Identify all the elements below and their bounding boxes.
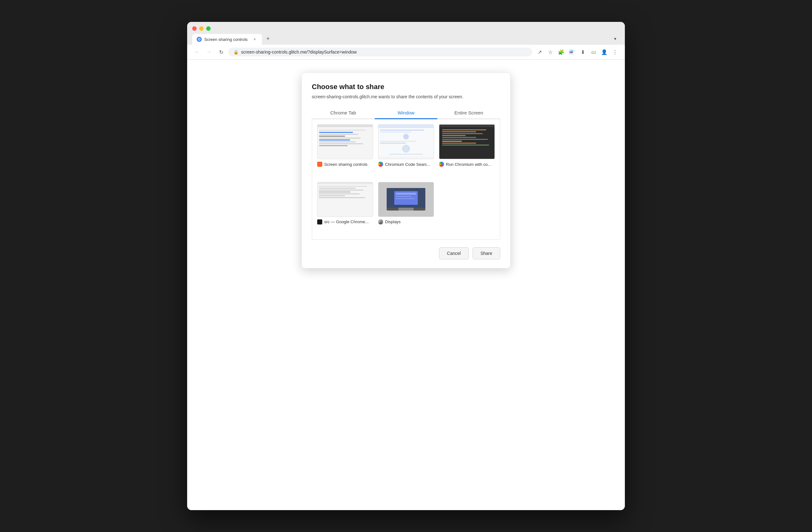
modal-footer: Cancel Share (312, 247, 500, 259)
window-item-chromium-search[interactable]: Chromium Code Searc... (378, 124, 434, 177)
maximize-button[interactable] (206, 26, 211, 31)
address-bar: ← → ↻ 🔒 screen-sharing-controls.glitch.m… (187, 45, 625, 60)
window-item-run-chromium[interactable]: Run Chromium with co... (439, 124, 495, 177)
window-icon-2 (378, 162, 383, 167)
profile-button[interactable]: 👤 (599, 47, 609, 57)
window-label-2: Chromium Code Searc... (378, 162, 434, 167)
share-button[interactable]: Share (473, 247, 500, 259)
window-preview-1 (317, 124, 373, 159)
menu-button[interactable]: ⋮ (610, 47, 620, 57)
window-label-text-3: Run Chromium with co... (446, 162, 491, 167)
window-grid: Screen sharing controls (312, 119, 500, 240)
tab-title: Screen sharing controls (204, 37, 249, 42)
url-text: screen-sharing-controls.glitch.me/?displ… (241, 49, 357, 55)
traffic-lights (192, 26, 620, 31)
browser-tab[interactable]: Screen sharing controls × (192, 34, 262, 45)
dialog-subtitle: screen-sharing-controls.glitch.me wants … (312, 94, 500, 99)
forward-button[interactable]: → (204, 47, 214, 57)
lock-icon: 🔒 (233, 50, 238, 55)
window-preview-5 (378, 182, 434, 217)
back-button[interactable]: ← (192, 47, 202, 57)
extensions-button[interactable]: 🧩 (556, 47, 566, 57)
close-button[interactable] (192, 26, 197, 31)
window-preview-2 (378, 124, 434, 159)
window-label-text-2: Chromium Code Searc... (385, 162, 431, 167)
share-dialog: Choose what to share screen-sharing-cont… (301, 72, 511, 268)
page-content: Choose what to share screen-sharing-cont… (187, 60, 625, 510)
minimize-button[interactable] (199, 26, 204, 31)
svg-point-1 (199, 39, 200, 40)
share-page-button[interactable]: ↗ (535, 47, 544, 57)
download-button[interactable]: ⬇ (578, 47, 588, 57)
tab-close-button[interactable]: × (252, 36, 258, 42)
new-tab-button[interactable]: + (263, 34, 273, 43)
tab-window[interactable]: Window (375, 107, 437, 119)
lab-icon[interactable]: ⚗️ (567, 47, 577, 57)
dialog-title: Choose what to share (312, 83, 500, 91)
window-label-5: Displays (378, 219, 434, 224)
share-tabs: Chrome Tab Window Entire Screen (312, 107, 500, 119)
title-bar: Screen sharing controls × + ▾ (187, 22, 625, 45)
window-preview-3 (439, 124, 495, 159)
window-label-text-1: Screen sharing controls (324, 162, 368, 167)
window-item-displays[interactable]: Displays (378, 182, 434, 235)
window-label-text-5: Displays (385, 219, 401, 224)
split-view-button[interactable]: ▭ (589, 47, 598, 57)
window-item-src-chrome[interactable]: src — Google Chrome... (317, 182, 373, 235)
tab-entire-screen[interactable]: Entire Screen (437, 107, 500, 119)
window-icon-3 (439, 162, 444, 167)
modal-overlay: Choose what to share screen-sharing-cont… (187, 72, 625, 268)
window-preview-4 (317, 182, 373, 217)
browser-window: Screen sharing controls × + ▾ ← → ↻ 🔒 sc… (187, 22, 625, 510)
tab-bar: Screen sharing controls × + ▾ (192, 34, 620, 45)
window-icon-4 (317, 219, 322, 224)
empty-grid-cell (439, 182, 495, 235)
window-item-screen-sharing[interactable]: Screen sharing controls (317, 124, 373, 177)
window-icon-1 (317, 162, 322, 167)
window-label-1: Screen sharing controls (317, 162, 373, 167)
tab-favicon (197, 37, 202, 42)
url-bar[interactable]: 🔒 screen-sharing-controls.glitch.me/?dis… (228, 47, 532, 56)
reload-button[interactable]: ↻ (216, 47, 226, 57)
bookmark-button[interactable]: ☆ (546, 47, 555, 57)
tab-chrome-tab[interactable]: Chrome Tab (312, 107, 375, 119)
window-icon-5 (378, 219, 383, 224)
tab-dropdown-button[interactable]: ▾ (610, 34, 620, 43)
toolbar-actions: ↗ ☆ 🧩 ⚗️ ⬇ ▭ 👤 ⋮ (535, 47, 620, 57)
window-label-3: Run Chromium with co... (439, 162, 495, 167)
window-label-4: src — Google Chrome... (317, 219, 373, 224)
cancel-button[interactable]: Cancel (439, 247, 469, 259)
window-label-text-4: src — Google Chrome... (324, 219, 368, 224)
